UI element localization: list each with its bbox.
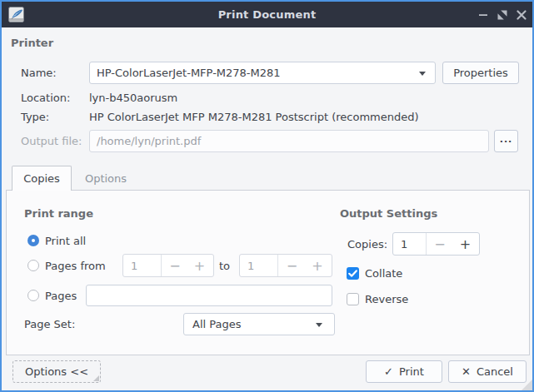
pages-from-value: 1: [131, 260, 137, 272]
checkmark-icon: [347, 267, 359, 280]
check-icon: ✓: [384, 365, 393, 378]
pages-from-decrement-button[interactable]: −: [162, 255, 188, 276]
maximize-icon: [497, 10, 507, 20]
pages-to-value: 1: [247, 260, 254, 272]
cancel-button-label: Cancel: [477, 365, 513, 378]
pages-radio[interactable]: [27, 290, 39, 301]
plus-icon: +: [460, 236, 471, 252]
options-toggle-button[interactable]: Options <<: [12, 360, 101, 383]
output-file-label: Output file:: [21, 135, 82, 147]
minimize-icon: [478, 10, 488, 20]
printer-name-label: Name:: [21, 67, 57, 79]
pages-from-radio[interactable]: [27, 260, 39, 271]
titlebar[interactable]: Print Document: [2, 2, 532, 27]
pages-to-increment-button[interactable]: +: [303, 255, 332, 276]
reverse-label: Reverse: [365, 293, 408, 305]
pages-from-increment-button[interactable]: +: [186, 255, 213, 276]
printer-name-value: HP-ColorLaserJet-MFP-M278-M281: [97, 67, 281, 79]
type-value: HP ColorLaserJet MFP M278-M281 Postscrip…: [89, 111, 419, 123]
pages-from-spinbox[interactable]: 1 − +: [122, 254, 214, 277]
print-dialog-window: Print Document Printer Name: HP: [0, 0, 534, 392]
page-set-label: Page Set:: [24, 318, 75, 330]
reverse-checkbox[interactable]: [347, 293, 359, 305]
maximize-button[interactable]: [492, 2, 512, 27]
minus-icon: −: [287, 258, 297, 274]
print-all-radio[interactable]: [27, 235, 39, 246]
location-value: lyn-b450aorusm: [89, 92, 177, 104]
copies-value: 1: [401, 238, 407, 251]
pages-to-spinbox[interactable]: 1 − +: [239, 254, 332, 277]
output-settings-heading: Output Settings: [340, 207, 437, 220]
printer-name-combobox[interactable]: HP-ColorLaserJet-MFP-M278-M281: [89, 62, 436, 84]
options-button-label: Options <<: [25, 365, 88, 378]
resize-grip[interactable]: [522, 380, 532, 390]
pages-to-label: to: [219, 260, 230, 272]
cross-icon: ✕: [462, 365, 471, 378]
menu-corner-indicator-icon: [93, 375, 99, 381]
cancel-button[interactable]: ✕ Cancel: [448, 360, 527, 383]
browse-output-file-button[interactable]: ...: [494, 130, 518, 152]
page-set-value: All Pages: [192, 318, 242, 330]
copies-increment-button[interactable]: +: [452, 233, 479, 255]
combo-dropdown-icon: [316, 323, 322, 327]
copies-decrement-button[interactable]: −: [427, 233, 453, 255]
pages-input[interactable]: [86, 285, 332, 306]
combo-dropdown-icon: [419, 72, 426, 76]
tab-options[interactable]: Options: [72, 166, 140, 190]
pages-label: Pages: [45, 290, 77, 302]
tab-copies[interactable]: Copies: [12, 166, 72, 191]
copies-count-label: Copies:: [347, 238, 387, 251]
close-icon: [517, 10, 527, 20]
tab-copies-label: Copies: [23, 172, 60, 185]
collate-checkbox[interactable]: [347, 267, 359, 280]
plus-icon: +: [312, 258, 322, 274]
pages-to-decrement-button[interactable]: −: [278, 255, 306, 276]
properties-button[interactable]: Properties: [442, 62, 519, 84]
page-set-combobox[interactable]: All Pages: [183, 313, 335, 335]
window-controls: [473, 2, 531, 27]
print-button-label: Print: [399, 365, 424, 378]
minus-icon: −: [434, 236, 445, 252]
output-file-value: /home/lyn/print.pdf: [97, 135, 201, 147]
close-button[interactable]: [512, 2, 531, 27]
minus-icon: −: [169, 258, 180, 274]
print-all-label: Print all: [45, 235, 86, 247]
location-label: Location:: [21, 92, 70, 104]
minimize-button[interactable]: [473, 2, 492, 27]
plus-icon: +: [194, 258, 205, 274]
copies-spinbox[interactable]: 1 − +: [392, 232, 480, 256]
output-file-input[interactable]: /home/lyn/print.pdf: [89, 130, 489, 152]
tab-options-label: Options: [85, 172, 127, 185]
window-title: Print Document: [2, 8, 532, 21]
properties-button-label: Properties: [453, 67, 508, 79]
printer-section-heading: Printer: [11, 37, 53, 49]
print-button[interactable]: ✓ Print: [366, 360, 442, 383]
print-range-heading: Print range: [24, 207, 93, 220]
type-label: Type:: [21, 111, 49, 123]
collate-label: Collate: [365, 267, 402, 280]
browse-button-label: ...: [500, 134, 513, 145]
pages-from-label: Pages from: [45, 260, 106, 272]
